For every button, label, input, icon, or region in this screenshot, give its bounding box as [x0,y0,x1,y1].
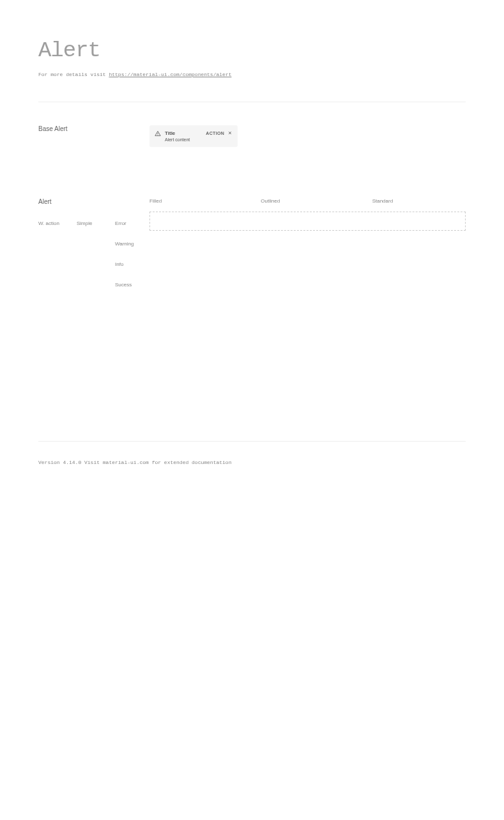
subgroup-simple: Simple [77,220,115,226]
alert-action[interactable]: ACTION [206,131,224,135]
col-filled: Filled [149,198,243,204]
doc-link[interactable]: https://material-ui.com/components/alert [109,72,231,77]
group-w-action: W. action [38,220,77,226]
section-alert: Alert [38,198,149,205]
section-base-alert: Base Alert [38,125,149,132]
base-alert: Title Alert content ACTION [149,125,238,147]
sev-success: Sucess [115,282,149,288]
subtitle-text: For more details visit [38,72,109,77]
alert-content: Alert content [165,137,202,142]
page-title: Alert [38,38,466,63]
footer: Version 4.14.0 Visit material-ui.com for… [38,441,466,465]
col-standard: Standard [372,198,466,204]
alert-title: Title [165,130,202,136]
sev-warning: Warning [115,241,149,247]
sev-error: Error [115,220,149,226]
close-icon[interactable] [227,130,233,135]
sev-info: Info [115,261,149,267]
page-subtitle: For more details visit https://material-… [38,72,466,77]
col-outlined: Outlined [261,198,354,204]
warning-icon [155,130,161,137]
divider [38,102,466,102]
